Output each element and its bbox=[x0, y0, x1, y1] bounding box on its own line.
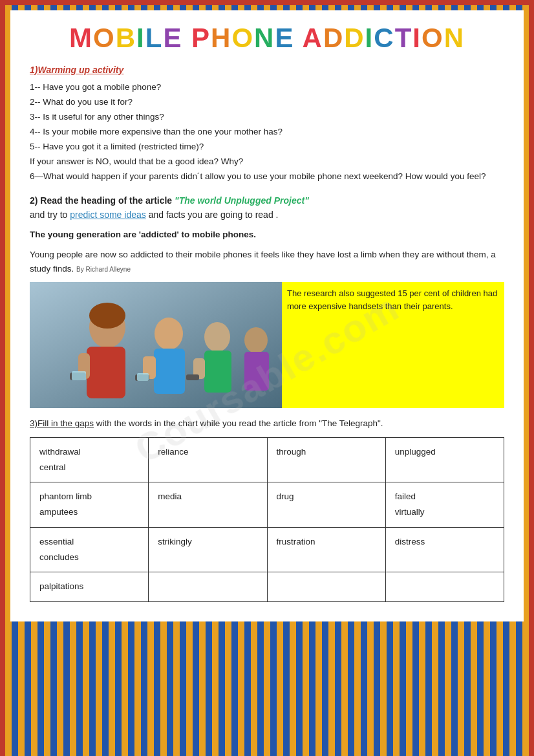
table-cell-r3c1: essential concludes bbox=[30, 527, 149, 572]
table-cell-r3c4: distress bbox=[385, 527, 504, 572]
inner-border: MOBILE PHONE ADDICTION 1)Warming up acti… bbox=[10, 10, 524, 621]
question-5b: If your answer is NO, would that be a go… bbox=[30, 155, 504, 169]
table-cell-r2c3: drug bbox=[267, 482, 385, 528]
section1-heading: 1)Warming up activity bbox=[30, 65, 504, 75]
yellow-box: The research also suggested 15 per cent … bbox=[282, 282, 504, 408]
section3-heading: 3)Fill in the gaps with the words in the… bbox=[30, 417, 504, 430]
table-cell-r2c1: phantom limb amputees bbox=[30, 482, 149, 528]
svg-rect-6 bbox=[154, 349, 185, 394]
table-cell-r2c2: media bbox=[149, 482, 267, 528]
section3-rest: with the words in the chart while you re… bbox=[94, 418, 383, 428]
question-5: 5-- Have you got it a limited (restricte… bbox=[30, 140, 504, 155]
table-cell-r4c2 bbox=[149, 572, 267, 601]
photo-svg bbox=[30, 282, 282, 408]
page-title: MOBILE PHONE ADDICTION bbox=[30, 23, 504, 53]
photo-inner bbox=[30, 282, 282, 408]
svg-point-13 bbox=[244, 327, 268, 353]
questions-list: 1-- Have you got a mobile phone? 2-- Wha… bbox=[30, 80, 504, 184]
article-title: "The world Unplugged Project" bbox=[175, 195, 309, 206]
table-cell-r1c3: through bbox=[267, 437, 385, 482]
question-6: 6—What would happen if your parents didn… bbox=[30, 169, 504, 184]
table-cell-r1c4: unplugged bbox=[385, 437, 504, 482]
table-cell-r1c2: reliance bbox=[149, 437, 267, 482]
predict-link: predict some ideas bbox=[70, 210, 146, 220]
image-area: The research also suggested 15 per cent … bbox=[30, 282, 504, 408]
table-cell-r2c4: failed virtually bbox=[385, 482, 504, 528]
table-cell-r3c3: frustration bbox=[267, 527, 385, 572]
table-row: withdrawal central reliance through unpl… bbox=[30, 437, 504, 482]
question-2: 2-- What do you use it for? bbox=[30, 95, 504, 110]
caption: The research also suggested 15 per cent … bbox=[287, 287, 499, 312]
svg-rect-2 bbox=[87, 347, 125, 398]
svg-rect-10 bbox=[204, 351, 231, 393]
intro-bold: The young generation are 'addicted' to m… bbox=[30, 228, 504, 242]
svg-point-15 bbox=[89, 303, 125, 329]
photo bbox=[30, 282, 282, 408]
svg-point-5 bbox=[155, 318, 183, 350]
section2-heading-text: 2) Read the heading of the article bbox=[30, 195, 172, 206]
table-cell-r4c4 bbox=[385, 572, 504, 601]
table-cell-r4c1: palpitations bbox=[30, 572, 149, 601]
svg-rect-17 bbox=[137, 373, 149, 381]
table-cell-r3c2: strikingly bbox=[149, 527, 267, 572]
table-row: essential concludes strikingly frustrati… bbox=[30, 527, 504, 572]
word-table: withdrawal central reliance through unpl… bbox=[30, 437, 504, 602]
question-4: 4-- Is your mobile more expensive than t… bbox=[30, 125, 504, 140]
outer-border: MOBILE PHONE ADDICTION 1)Warming up acti… bbox=[5, 5, 529, 756]
question-1: 1-- Have you got a mobile phone? bbox=[30, 80, 504, 95]
intro-sub: Young people are now so addicted to thei… bbox=[30, 248, 504, 275]
table-cell-r4c3 bbox=[267, 572, 385, 601]
section2-subtitle: and try to predict some ideas and facts … bbox=[30, 210, 278, 220]
table-cell-r1c1: withdrawal central bbox=[30, 437, 149, 482]
svg-rect-12 bbox=[186, 374, 199, 380]
question-3: 3-- Is it useful for any other things? bbox=[30, 110, 504, 125]
svg-rect-14 bbox=[244, 352, 269, 391]
svg-point-9 bbox=[204, 322, 230, 352]
byline: By Richard Alleyne bbox=[76, 266, 131, 273]
section2-heading: 2) Read the heading of the article "The … bbox=[30, 193, 504, 222]
table-row: phantom limb amputees media drug failed … bbox=[30, 482, 504, 528]
svg-rect-16 bbox=[72, 371, 86, 380]
table-row: palpitations bbox=[30, 572, 504, 601]
section3-underline: 3)Fill in the gaps bbox=[30, 418, 94, 428]
